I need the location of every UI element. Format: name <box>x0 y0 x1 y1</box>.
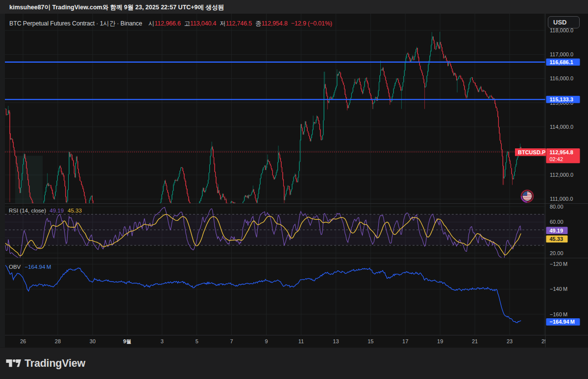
svg-text:114,000.0: 114,000.0 <box>550 124 573 130</box>
svg-text:11: 11 <box>298 338 304 344</box>
svg-text:26: 26 <box>20 338 26 344</box>
svg-text:23: 23 <box>507 338 513 344</box>
svg-text:19: 19 <box>437 338 443 344</box>
svg-text:111,000.0: 111,000.0 <box>550 196 573 202</box>
svg-text:17: 17 <box>402 338 408 344</box>
svg-text:02:42: 02:42 <box>550 156 564 162</box>
svg-text:−164.94 M: −164.94 M <box>550 319 575 325</box>
svg-text:28: 28 <box>55 338 61 344</box>
svg-text:−140 M: −140 M <box>550 286 567 292</box>
svg-text:5: 5 <box>196 338 198 344</box>
svg-text:−160 M: −160 M <box>550 311 567 317</box>
svg-text:25: 25 <box>541 338 547 344</box>
svg-text:112,000.0: 112,000.0 <box>550 172 573 178</box>
svg-text:20.00: 20.00 <box>550 250 564 256</box>
svg-text:116,000.0: 116,000.0 <box>550 75 573 81</box>
svg-text:116,686.1: 116,686.1 <box>550 59 573 65</box>
svg-text:60.00: 60.00 <box>550 219 564 225</box>
svg-text:117,000.0: 117,000.0 <box>550 51 573 57</box>
svg-text:9월: 9월 <box>123 338 131 344</box>
svg-text:7: 7 <box>230 338 233 344</box>
svg-text:115,133.3: 115,133.3 <box>550 96 573 102</box>
svg-text:BTCUSD.P: BTCUSD.P <box>518 149 545 155</box>
svg-text:49.19: 49.19 <box>550 228 564 234</box>
svg-text:−120 M: −120 M <box>550 261 567 267</box>
svg-text:112,954.8: 112,954.8 <box>550 149 573 155</box>
svg-text:9: 9 <box>265 338 268 344</box>
svg-text:3: 3 <box>161 338 164 344</box>
svg-text:21: 21 <box>472 338 478 344</box>
svg-text:80.00: 80.00 <box>550 204 564 210</box>
svg-text:15: 15 <box>368 338 373 344</box>
svg-text:13: 13 <box>333 338 339 344</box>
svg-text:45.33: 45.33 <box>550 236 564 242</box>
svg-text:30: 30 <box>90 338 96 344</box>
